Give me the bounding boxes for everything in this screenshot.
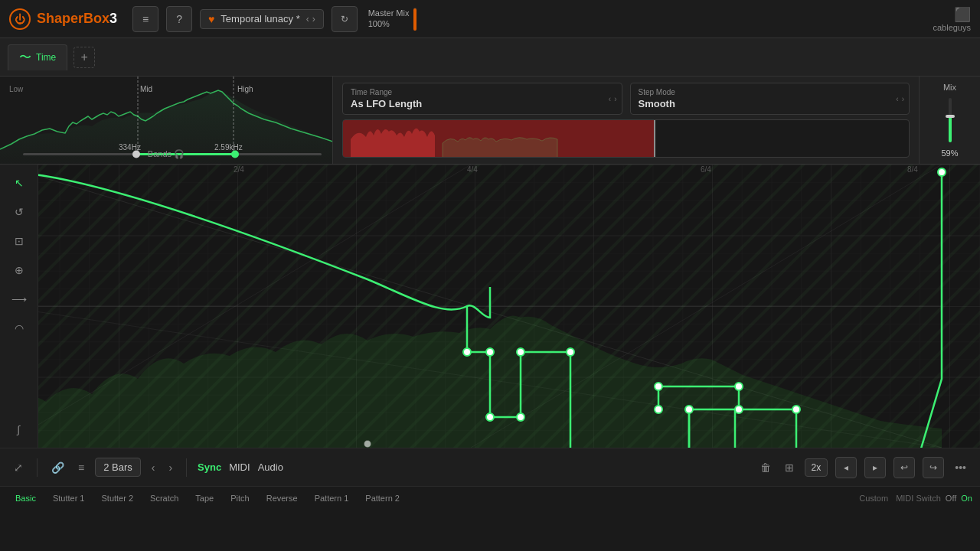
curve-tool[interactable]: ∫ (7, 417, 31, 442)
add-band-button[interactable]: + (74, 47, 95, 68)
bars-display[interactable]: 2 Bars (95, 458, 141, 477)
preset-tab-pattern2[interactable]: Pattern 2 (358, 491, 407, 506)
node-tool[interactable]: ⊕ (7, 258, 31, 282)
master-mix-label: Master Mix 100% (368, 8, 410, 28)
svg-text:4/4: 4/4 (467, 165, 478, 174)
bottom-toolbar: ⤢ 🔗 ≡ 2 Bars ‹ › Sync MIDI Audio 🗑 ⊞ 2x … (0, 448, 980, 486)
sync-button[interactable]: Sync (198, 461, 221, 473)
svg-point-31 (486, 348, 494, 356)
bars-prev[interactable]: ‹ (149, 458, 158, 477)
custom-label: Custom (859, 494, 888, 503)
expand-button[interactable]: ⤢ (11, 458, 26, 477)
menu-button[interactable]: ≡ (132, 6, 158, 32)
refresh-button[interactable]: ↻ (332, 6, 358, 32)
midi-switch-on[interactable]: On (961, 494, 972, 503)
preset-tab-scratch[interactable]: Scratch (142, 491, 186, 506)
svg-point-5 (231, 151, 239, 158)
audio-button[interactable]: Audio (258, 461, 283, 473)
mix-section: Mix 59% (919, 77, 980, 164)
preset-area: ♥ Temporal lunacy * ‹ › (200, 9, 324, 29)
preset-tab-reverse[interactable]: Reverse (259, 491, 305, 506)
graph-canvas: 0 -4/4 -8/4 0 2/4 4/4 6/4 8/4 (0, 165, 980, 448)
step-mode-arrows[interactable]: ‹ › (896, 95, 904, 103)
preset-prev-button[interactable]: ‹ (306, 14, 309, 24)
delete-button[interactable]: 🗑 (757, 458, 774, 477)
time-range-prev[interactable]: ‹ (609, 95, 611, 103)
svg-point-51 (938, 168, 946, 176)
mix-slider[interactable] (949, 98, 952, 142)
preset-tab-basic[interactable]: Basic (8, 491, 44, 506)
cursor-tool[interactable]: ↖ (7, 171, 31, 195)
midi-switch-label: MIDI Switch (896, 494, 941, 503)
preset-next-button[interactable]: › (312, 14, 315, 24)
preset-tab-tape[interactable]: Tape (188, 491, 221, 506)
time-range-arrows[interactable]: ‹ › (609, 95, 617, 103)
left-toolbar: ↖ ↺ ⊡ ⊕ ⟶ ◠ ∫ (0, 165, 38, 448)
svg-point-33 (517, 413, 524, 421)
preset-tab-stutter2[interactable]: Stutter 2 (93, 491, 141, 506)
separator2 (186, 458, 187, 477)
link-tool[interactable]: ⟶ (7, 287, 31, 311)
svg-text:8/4: 8/4 (907, 165, 918, 174)
svg-point-43 (735, 383, 743, 390)
logo-area: ⏻ ShaperBox3 (9, 8, 117, 30)
svg-text:334Hz: 334Hz (119, 143, 141, 152)
preset-tab-pattern1[interactable]: Pattern 1 (307, 491, 357, 506)
svg-point-40 (685, 406, 693, 413)
help-button[interactable]: ? (166, 6, 192, 32)
bars-next[interactable]: › (165, 458, 175, 477)
controls-row: Low Mid High 334Hz 2.59kHz Bands 🎧 Time … (0, 77, 980, 165)
top-bar: ⏻ ShaperBox3 ≡ ? ♥ Temporal lunacy * ‹ ›… (0, 0, 980, 38)
time-range-label: Time Range (351, 88, 614, 96)
arc-tool[interactable]: ◠ (7, 316, 31, 341)
redo-button[interactable]: ↪ (923, 457, 944, 478)
app-name: ShaperBox3 (37, 11, 117, 27)
right-controls: Time Range As LFO Length ‹ › Step Mode S… (333, 77, 919, 164)
undo-button[interactable]: ↩ (893, 457, 915, 478)
svg-point-34 (517, 348, 524, 356)
preset-name: Temporal lunacy * (220, 13, 299, 24)
preset-tab-pitch[interactable]: Pitch (223, 491, 256, 506)
more-button[interactable]: ••• (952, 458, 969, 477)
midi-button[interactable]: MIDI (229, 461, 250, 473)
preset-nav: ‹ › (306, 14, 315, 24)
svg-text:6/4: 6/4 (701, 165, 711, 174)
preset-tab-stutter1[interactable]: Stutter 1 (45, 491, 93, 506)
lasso-tool[interactable]: ↺ (7, 200, 31, 224)
svg-point-4 (132, 151, 140, 158)
graph-svg: 0 -4/4 -8/4 0 2/4 4/4 6/4 8/4 (0, 165, 980, 448)
time-tab[interactable]: 〜 Time (8, 44, 67, 70)
mix-slider-handle[interactable] (946, 115, 955, 118)
svg-text:2/4: 2/4 (234, 165, 244, 174)
time-range-next[interactable]: › (614, 95, 616, 103)
link-button[interactable]: 🔗 (48, 458, 67, 477)
list-button[interactable]: ≡ (75, 458, 87, 477)
time-range-value: As LFO Length (351, 98, 614, 109)
waveform-preview[interactable] (342, 119, 910, 158)
midi-switch-area: MIDI Switch Off On (896, 494, 972, 503)
step-mode-next[interactable]: › (902, 95, 904, 103)
preset-tabs: Basic Stutter 1 Stutter 2 Scratch Tape P… (0, 486, 980, 509)
svg-text:High: High (237, 85, 253, 93)
grid-button[interactable]: ⊞ (782, 458, 797, 477)
mult-button[interactable]: 2x (805, 458, 828, 477)
master-mix-fill (413, 8, 416, 31)
svg-point-30 (463, 348, 471, 356)
power-icon: ⏻ (9, 8, 31, 30)
svg-point-29 (364, 441, 371, 447)
midi-switch-off[interactable]: Off (946, 494, 956, 503)
svg-point-41 (655, 383, 662, 390)
eq-section: Low Mid High 334Hz 2.59kHz Bands 🎧 (0, 77, 333, 164)
play-button[interactable]: ▸ (864, 457, 886, 478)
step-mode-control: Step Mode Smooth ‹ › (630, 83, 910, 115)
rewind-button[interactable]: ◂ (835, 457, 857, 478)
cableguys-logo: ⬛ cableguys (933, 6, 971, 32)
step-mode-prev[interactable]: ‹ (896, 95, 898, 103)
master-mix-bar[interactable] (413, 8, 416, 31)
time-range-control: Time Range As LFO Length ‹ › (342, 83, 622, 115)
mix-label: Mix (943, 83, 956, 92)
time-icon: 〜 (19, 50, 31, 66)
svg-point-45 (792, 406, 800, 413)
selection-tool[interactable]: ⊡ (7, 229, 31, 253)
step-mode-label: Step Mode (639, 88, 902, 96)
